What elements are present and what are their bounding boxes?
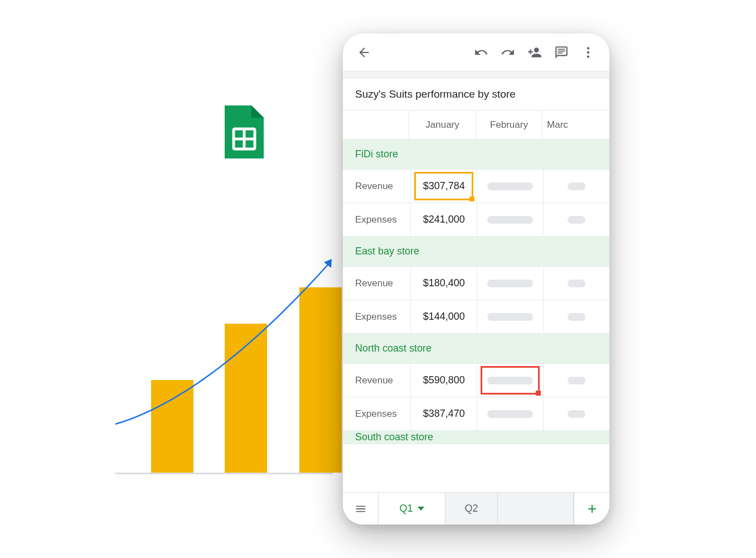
cell[interactable]: [544, 267, 609, 300]
tab-label: Q1: [399, 503, 413, 514]
column-headers: January February Marc: [343, 110, 609, 140]
more-button[interactable]: [578, 42, 598, 62]
placeholder: [568, 377, 585, 384]
all-sheets-button[interactable]: [343, 493, 379, 525]
hamburger-icon: [355, 503, 367, 515]
sheet-tab-active[interactable]: Q1: [379, 493, 445, 525]
cell[interactable]: [544, 203, 609, 236]
sheet-title-cell[interactable]: Suzy's Suits performance by store: [343, 78, 609, 110]
cell[interactable]: [544, 170, 609, 203]
cell[interactable]: [477, 364, 544, 397]
add-person-button[interactable]: [525, 42, 545, 62]
table-row: Expenses $144,000: [343, 300, 609, 334]
cell[interactable]: $307,784: [411, 170, 477, 203]
month-header[interactable]: February: [476, 110, 542, 139]
tab-blank-area: [498, 493, 574, 525]
cell-value: $241,000: [423, 214, 465, 225]
chart-axis: [115, 473, 333, 474]
placeholder: [487, 182, 533, 190]
add-sheet-button[interactable]: [574, 493, 609, 525]
comment-icon: [554, 45, 569, 60]
cell[interactable]: [544, 397, 609, 430]
cell[interactable]: [477, 170, 544, 203]
placeholder: [568, 410, 585, 418]
month-header[interactable]: Marc: [542, 110, 609, 139]
svg-rect-4: [558, 50, 565, 51]
spreadsheet-grid[interactable]: Suzy's Suits performance by store Januar…: [343, 78, 609, 492]
sheet-title: Suzy's Suits performance by store: [355, 88, 516, 100]
placeholder: [487, 313, 533, 321]
placeholder: [487, 377, 533, 384]
cell[interactable]: $144,000: [411, 300, 477, 333]
store-group-header[interactable]: FiDi store: [343, 140, 609, 170]
add-person-icon: [527, 45, 542, 60]
undo-button[interactable]: [471, 42, 491, 62]
row-label[interactable]: Revenue: [343, 170, 411, 203]
cell[interactable]: $387,470: [411, 397, 477, 430]
placeholder: [568, 313, 585, 321]
cell[interactable]: $180,400: [411, 267, 477, 300]
placeholder: [487, 216, 533, 224]
svg-rect-3: [558, 49, 565, 50]
tab-label: Q2: [464, 503, 478, 514]
redo-button[interactable]: [498, 42, 518, 62]
cell-value: $387,470: [423, 408, 465, 420]
month-header[interactable]: January: [409, 110, 476, 139]
cell[interactable]: $590,800: [411, 364, 477, 397]
cell[interactable]: [477, 267, 544, 300]
undo-icon: [474, 45, 488, 60]
bar-chart: [115, 268, 355, 474]
back-button[interactable]: [354, 42, 374, 62]
cell[interactable]: $241,000: [411, 203, 477, 236]
table-row: Revenue $180,400: [343, 267, 609, 300]
row-label[interactable]: Revenue: [343, 267, 411, 300]
cell[interactable]: [477, 300, 544, 333]
table-row: Expenses $387,470: [343, 397, 609, 431]
plus-icon: [585, 502, 599, 516]
svg-point-7: [587, 51, 589, 53]
more-vert-icon: [581, 45, 595, 60]
cell[interactable]: [544, 364, 609, 397]
placeholder: [568, 280, 585, 287]
cell-value: $307,784: [423, 180, 465, 192]
row-label[interactable]: Expenses: [343, 397, 411, 430]
cell[interactable]: [544, 300, 609, 333]
app-toolbar: [343, 33, 609, 71]
row-label[interactable]: Expenses: [343, 300, 411, 333]
table-row: Revenue $590,800: [343, 364, 609, 397]
sheet-tabs: Q1 Q2: [343, 492, 609, 525]
svg-rect-5: [558, 52, 563, 54]
cell[interactable]: [477, 203, 544, 236]
table-row: Revenue $307,784: [343, 170, 609, 203]
svg-point-8: [587, 55, 589, 57]
sheets-mobile-app: Suzy's Suits performance by store Januar…: [343, 33, 609, 525]
store-group-header[interactable]: East bay store: [343, 237, 609, 267]
row-label[interactable]: Revenue: [343, 364, 411, 397]
sheet-tab[interactable]: Q2: [445, 493, 498, 525]
svg-point-6: [587, 47, 589, 49]
cell-value: $590,800: [423, 374, 465, 386]
chevron-down-icon: [418, 507, 424, 511]
table-row: Expenses $241,000: [343, 203, 609, 237]
arrow-left-icon: [357, 45, 371, 60]
store-group-header[interactable]: North coast store: [343, 334, 609, 364]
comment-button[interactable]: [551, 42, 571, 62]
trend-arrow-icon: [110, 251, 344, 463]
google-sheets-icon: [225, 105, 264, 158]
placeholder: [487, 410, 533, 418]
placeholder: [487, 280, 533, 287]
placeholder: [568, 182, 585, 190]
cell-value: $144,000: [423, 311, 465, 323]
redo-icon: [501, 45, 515, 60]
placeholder: [568, 216, 585, 224]
cell-value: $180,400: [423, 277, 465, 289]
store-group-header[interactable]: South coast store: [343, 431, 609, 444]
column-header-strip: [343, 71, 609, 78]
row-label[interactable]: Expenses: [343, 203, 411, 236]
cell[interactable]: [477, 397, 544, 430]
